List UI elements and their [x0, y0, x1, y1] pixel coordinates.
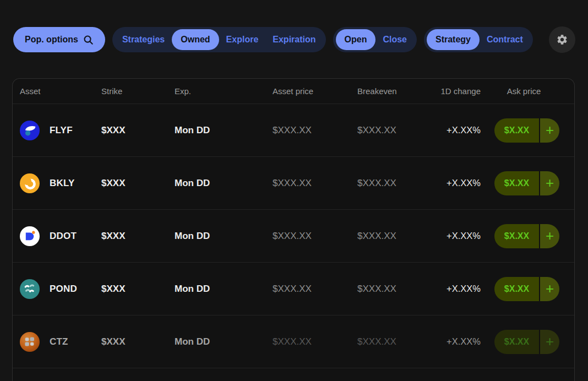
tab-strategies[interactable]: Strategies	[115, 29, 172, 50]
asset-price-cell: $XXX.XX	[273, 336, 357, 347]
strike-cell: $XXX	[101, 336, 175, 347]
strike-cell: $XXX	[101, 125, 175, 136]
ask-price-label[interactable]: $X.XX	[494, 330, 539, 354]
table-row[interactable]: BKLY $XXX Mon DD $XXX.XX $XXX.XX +X.XX% …	[13, 156, 574, 209]
toggle-open[interactable]: Open	[336, 29, 376, 50]
ask-buy-button[interactable]: $X.XX +	[494, 224, 559, 248]
flyf-logo-icon	[20, 121, 40, 140]
ask-buy-button[interactable]: $X.XX +	[494, 171, 559, 195]
ask-cell: $X.XX +	[481, 277, 567, 301]
pond-logo-icon	[20, 279, 40, 299]
gear-icon	[556, 34, 568, 46]
ask-cell: $X.XX +	[481, 330, 567, 354]
view-tabs: Strategies Owned Explore Expiration	[112, 27, 326, 52]
add-icon[interactable]: +	[539, 118, 559, 143]
ticker-label: BKLY	[50, 178, 75, 189]
asset-cell: FLYF	[20, 121, 101, 140]
asset-cell: POND	[20, 279, 101, 299]
tab-expiration[interactable]: Expiration	[265, 29, 323, 50]
toggle-close[interactable]: Close	[375, 29, 414, 50]
strike-cell: $XXX	[101, 284, 175, 295]
ask-price-label[interactable]: $X.XX	[494, 118, 539, 143]
table-row[interactable]: DDOT $XXX Mon DD $XXX.XX $XXX.XX +X.XX% …	[13, 209, 574, 262]
settings-button[interactable]	[549, 26, 575, 53]
tab-owned[interactable]: Owned	[172, 29, 219, 50]
ticker-label: CTZ	[50, 336, 68, 347]
add-icon[interactable]: +	[539, 330, 559, 354]
breakeven-cell: $XXX.XX	[357, 178, 432, 189]
exp-cell: Mon DD	[175, 336, 273, 347]
exp-cell: Mon DD	[175, 178, 273, 189]
ask-price-label[interactable]: $X.XX	[494, 224, 539, 248]
asset-price-cell: $XXX.XX	[273, 284, 357, 295]
table-header: Asset Strike Exp. Asset price Breakeven …	[13, 79, 574, 104]
toggle-strategy[interactable]: Strategy	[427, 29, 480, 50]
ask-price-label[interactable]: $X.XX	[494, 171, 539, 195]
asset-price-cell: $XXX.XX	[273, 231, 357, 242]
ticker-label: DDOT	[50, 231, 77, 242]
breakeven-cell: $XXX.XX	[357, 125, 432, 136]
exp-cell: Mon DD	[175, 284, 273, 295]
pop-options-button[interactable]: Pop. options	[13, 27, 105, 52]
col-header-ask-price: Ask price	[481, 86, 567, 96]
asset-cell: BKLY	[20, 173, 101, 193]
table-row[interactable]: CTZ $XXX Mon DD $XXX.XX $XXX.XX +X.XX% $…	[13, 315, 574, 368]
exp-cell: Mon DD	[175, 231, 273, 242]
ask-cell: $X.XX +	[481, 171, 567, 195]
table-row[interactable]: FLYF $XXX Mon DD $XXX.XX $XXX.XX +X.XX% …	[13, 104, 574, 156]
col-header-exp: Exp.	[175, 86, 273, 96]
asset-cell: CTZ	[20, 332, 101, 352]
toggle-contract[interactable]: Contract	[480, 29, 530, 50]
ask-cell: $X.XX +	[481, 224, 567, 248]
change-cell: +X.XX%	[432, 284, 481, 294]
col-header-asset: Asset	[20, 86, 101, 96]
change-cell: +X.XX%	[432, 125, 481, 135]
tab-explore[interactable]: Explore	[219, 29, 266, 50]
add-icon[interactable]: +	[539, 171, 559, 195]
table-row-partial	[13, 368, 574, 381]
breakeven-cell: $XXX.XX	[357, 231, 432, 242]
asset-price-cell: $XXX.XX	[273, 178, 357, 189]
asset-cell: DDOT	[20, 226, 101, 246]
change-cell: +X.XX%	[432, 231, 481, 241]
add-icon[interactable]: +	[539, 277, 559, 301]
change-cell: +X.XX%	[432, 336, 481, 347]
ask-buy-button[interactable]: $X.XX +	[494, 118, 559, 143]
search-icon	[83, 35, 94, 45]
ticker-label: POND	[50, 284, 77, 295]
change-cell: +X.XX%	[432, 178, 481, 188]
toolbar: Pop. options Strategies Owned Explore Ex…	[13, 26, 575, 53]
ask-price-label[interactable]: $X.XX	[494, 277, 539, 301]
strategy-contract-toggle: Strategy Contract	[424, 27, 533, 52]
open-close-toggle: Open Close	[333, 27, 417, 52]
ask-cell: $X.XX +	[481, 118, 567, 143]
breakeven-cell: $XXX.XX	[357, 284, 432, 295]
ctz-logo-icon	[20, 332, 40, 352]
col-header-breakeven: Breakeven	[357, 86, 432, 96]
options-trading-screen: Pop. options Strategies Owned Explore Ex…	[0, 0, 588, 381]
breakeven-cell: $XXX.XX	[357, 336, 432, 347]
col-header-asset-price: Asset price	[273, 86, 357, 96]
table-row[interactable]: POND $XXX Mon DD $XXX.XX $XXX.XX +X.XX% …	[13, 262, 574, 315]
exp-cell: Mon DD	[175, 125, 273, 136]
col-header-1d-change: 1D change	[432, 86, 481, 96]
ddot-logo-icon	[20, 226, 40, 246]
options-table: Asset Strike Exp. Asset price Breakeven …	[12, 78, 575, 381]
strike-cell: $XXX	[101, 178, 175, 189]
asset-price-cell: $XXX.XX	[273, 125, 357, 136]
strike-cell: $XXX	[101, 231, 175, 242]
ask-buy-button[interactable]: $X.XX +	[494, 330, 559, 354]
bkly-logo-icon	[20, 173, 40, 193]
pop-options-label: Pop. options	[25, 35, 78, 45]
col-header-strike: Strike	[101, 86, 175, 96]
ask-buy-button[interactable]: $X.XX +	[494, 277, 559, 301]
ticker-label: FLYF	[50, 125, 73, 136]
add-icon[interactable]: +	[539, 224, 559, 248]
